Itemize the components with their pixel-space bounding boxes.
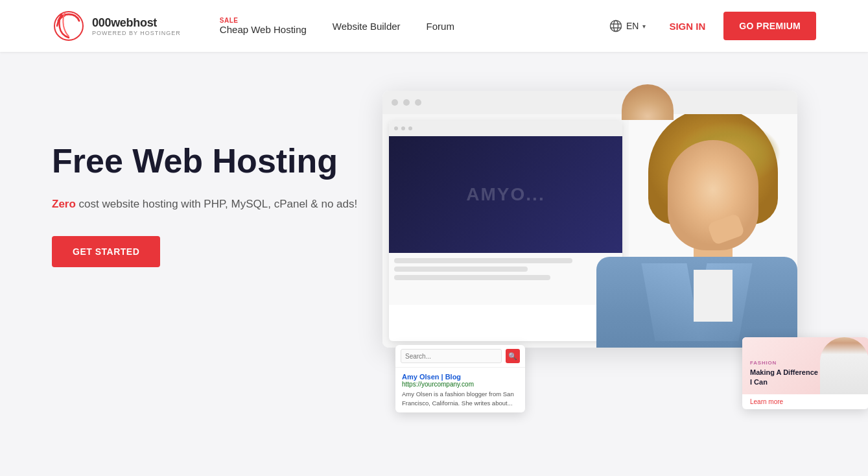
browser-bar (382, 91, 797, 114)
globe-icon (609, 19, 622, 32)
navbar: 000webhost POWERED BY HOSTINGER SALE Che… (0, 0, 868, 52)
blog-card-header: FASHION Making A Difference In Any Way I… (742, 337, 868, 394)
sign-in-button[interactable]: SIGN IN (661, 17, 713, 36)
browser-dot-2 (403, 99, 410, 106)
brand-logo[interactable]: 000webhost POWERED BY HOSTINGER (52, 9, 181, 43)
inner-website-preview: AMYO... (382, 114, 629, 348)
nav-website-builder-link[interactable]: Website Builder (320, 17, 414, 36)
google-search-button[interactable]: 🔍 (506, 349, 520, 363)
logo-sub: POWERED BY HOSTINGER (92, 30, 181, 36)
hero-desc-rest: cost website hosting with PHP, MySQL, cP… (76, 198, 357, 210)
logo-name: 000webhost (92, 16, 181, 30)
browser-window: AMYO... (382, 91, 797, 348)
go-premium-button[interactable]: GO PREMIUM (723, 12, 816, 40)
get-started-button[interactable]: GET STARTED (52, 236, 160, 267)
blog-read-more-link[interactable]: Learn more (742, 394, 868, 409)
result-description: Amy Olsen is a fashion blogger from San … (402, 390, 519, 407)
hero-title: Free Web Hosting (52, 143, 363, 180)
nav-links: SALE Cheap Web Hosting Website Builder F… (207, 13, 604, 39)
hero-section: Free Web Hosting Zero cost website hosti… (0, 52, 868, 476)
google-search-row: 🔍 (395, 345, 525, 368)
nav-cheap-hosting-link[interactable]: SALE Cheap Web Hosting (207, 13, 320, 39)
google-search-input[interactable] (401, 349, 502, 363)
search-icon: 🔍 (508, 352, 517, 361)
blog-woman-image (820, 337, 868, 394)
person-above-browser (622, 84, 674, 120)
hero-desc-accent: Zero (52, 198, 76, 210)
main-browser-mockup: AMYO... (382, 91, 804, 348)
google-result: Amy Olsen | Blog https://yourcompany.com… (395, 368, 525, 412)
language-label: EN (626, 21, 639, 31)
sale-badge: SALE (220, 17, 307, 24)
language-selector[interactable]: EN ▾ (604, 16, 651, 36)
hero-left: Free Web Hosting Zero cost website hosti… (52, 104, 363, 267)
forum-label: Forum (427, 21, 454, 32)
hero-image-area: AMYO... (382, 104, 816, 348)
browser-body: AMYO... (382, 114, 797, 348)
logo-text: 000webhost POWERED BY HOSTINGER (92, 16, 181, 36)
hero-description: Zero cost website hosting with PHP, MySQ… (52, 195, 363, 213)
result-site-name: Amy Olsen | Blog (402, 373, 519, 381)
nav-forum-link[interactable]: Forum (414, 17, 467, 36)
result-url: https://yourcompany.com (402, 381, 519, 388)
blog-card: FASHION Making A Difference In Any Way I… (742, 337, 868, 409)
nav-right: EN ▾ SIGN IN GO PREMIUM (604, 12, 816, 40)
website-builder-label: Website Builder (333, 21, 401, 32)
google-search-card: 🔍 Amy Olsen | Blog https://yourcompany.c… (395, 345, 525, 412)
cheap-hosting-label: Cheap Web Hosting (220, 24, 307, 35)
browser-dot-1 (392, 99, 398, 106)
svg-point-0 (610, 21, 621, 32)
svg-point-1 (613, 21, 618, 32)
browser-dot-3 (415, 99, 421, 106)
logo-icon (52, 9, 86, 43)
chevron-down-icon: ▾ (642, 23, 646, 30)
